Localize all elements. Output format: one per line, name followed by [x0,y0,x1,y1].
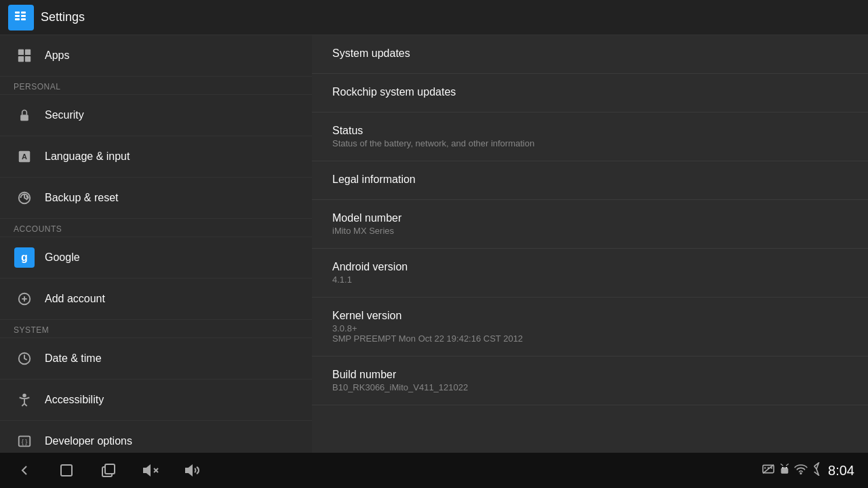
clock-icon [14,348,35,369]
svg-rect-4 [21,15,26,17]
page-title: Settings [41,10,85,24]
bottom-bar: 8:04 [0,453,868,488]
back-button[interactable] [14,460,35,481]
svg-rect-7 [25,49,31,55]
svg-rect-0 [15,12,20,14]
add-icon [14,288,35,310]
sidebar-item-add-account-label: Add account [45,293,105,305]
svg-line-41 [781,464,783,466]
content-title-kernel: Kernel version [332,310,848,322]
android-icon [779,463,790,478]
backup-icon [14,187,35,209]
lock-icon [14,104,35,126]
sidebar-item-apps[interactable]: Apps [0,35,312,77]
sidebar-item-developer[interactable]: { } Developer options [0,421,312,453]
sidebar-item-google[interactable]: g Google [0,237,312,279]
content-subtitle-build: B10_RK3066_iMito_V411_121022 [332,382,848,392]
status-icons [762,462,821,479]
content-item-status[interactable]: Status Status of the battery, network, a… [312,113,868,161]
content-title-status: Status [332,125,848,137]
accessibility-icon [14,389,35,411]
time-display: 8:04 [828,463,854,479]
content-item-system-updates[interactable]: System updates [312,35,868,74]
content-item-build[interactable]: Build number B10_RK3066_iMito_V411_12102… [312,357,868,405]
svg-rect-5 [21,18,26,20]
svg-line-20 [24,404,27,407]
content-title-android: Android version [332,261,848,273]
bottom-nav [14,460,203,481]
sidebar-item-developer-label: Developer options [45,435,132,447]
volume-mute-button[interactable] [140,460,161,481]
sidebar-item-google-label: Google [45,251,80,264]
sidebar-item-backup-label: Backup & reset [45,192,119,204]
bluetooth-icon [812,462,821,479]
sidebar-item-accessibility-label: Accessibility [45,394,104,406]
svg-line-46 [814,466,816,469]
section-header-accounts: ACCOUNTS [0,219,312,237]
sidebar-item-security[interactable]: Security [0,95,312,136]
language-icon: A [14,146,35,167]
home-button[interactable] [56,460,77,481]
svg-rect-9 [25,56,31,62]
bottom-right: 8:04 [762,462,854,479]
content-subtitle-kernel: 3.0.8+ SMP PREEMPT Mon Oct 22 19:42:16 C… [332,323,848,344]
developer-icon: { } [14,430,35,452]
sidebar-item-language-label: Language & input [45,150,130,163]
content-title-legal: Legal information [332,174,848,186]
wifi-icon [794,464,808,477]
content-area: System updates Rockchip system updates S… [312,35,868,453]
sidebar: Apps PERSONAL Security A Language & inpu… [0,35,312,453]
app-icon [8,5,34,30]
svg-rect-1 [15,15,20,17]
svg-rect-2 [15,18,20,20]
sidebar-item-apps-label: Apps [45,49,69,62]
content-item-model[interactable]: Model number iMito MX Series [312,200,868,249]
content-item-android[interactable]: Android version 4.1.1 [312,249,868,298]
volume-up-button[interactable] [182,460,203,481]
svg-text:{ }: { } [22,439,28,445]
section-header-system: SYSTEM [0,320,312,338]
svg-rect-10 [20,115,28,121]
content-item-legal[interactable]: Legal information [312,161,868,200]
content-title-system-updates: System updates [332,47,848,60]
content-title-model: Model number [332,212,848,224]
content-title-rockchip-updates: Rockchip system updates [332,86,848,98]
svg-point-44 [786,467,787,468]
svg-marker-30 [144,466,150,475]
content-subtitle-status: Status of the battery, network, and othe… [332,138,848,148]
sidebar-item-security-label: Security [45,109,84,121]
svg-line-42 [787,464,789,466]
recents-button[interactable] [98,460,119,481]
google-icon: g [14,247,35,268]
main-layout: Apps PERSONAL Security A Language & inpu… [0,35,868,453]
grid-icon [14,45,35,66]
svg-point-45 [800,473,802,474]
svg-point-21 [23,394,26,397]
svg-rect-27 [61,465,72,476]
content-item-kernel[interactable]: Kernel version 3.0.8+ SMP PREEMPT Mon Oc… [312,298,868,357]
content-item-rockchip-updates[interactable]: Rockchip system updates [312,74,868,113]
svg-rect-6 [18,49,24,55]
sidebar-item-datetime[interactable]: Date & time [0,338,312,380]
svg-text:A: A [22,152,27,161]
svg-rect-8 [18,56,24,62]
top-bar: Settings [0,0,868,35]
svg-marker-33 [186,466,192,475]
keyboard-off-icon [762,464,775,477]
content-title-build: Build number [332,369,848,381]
sidebar-item-datetime-label: Date & time [45,352,102,365]
svg-line-19 [22,404,24,407]
svg-rect-3 [21,12,26,14]
svg-rect-29 [105,464,115,474]
svg-point-43 [782,467,783,468]
sidebar-item-accessibility[interactable]: Accessibility [0,380,312,421]
sidebar-item-language[interactable]: A Language & input [0,136,312,178]
svg-line-38 [763,465,774,474]
content-subtitle-android: 4.1.1 [332,274,848,285]
content-subtitle-model: iMito MX Series [332,226,848,236]
sidebar-item-add-account[interactable]: Add account [0,279,312,320]
sidebar-item-backup[interactable]: Backup & reset [0,178,312,219]
section-header-personal: PERSONAL [0,77,312,95]
